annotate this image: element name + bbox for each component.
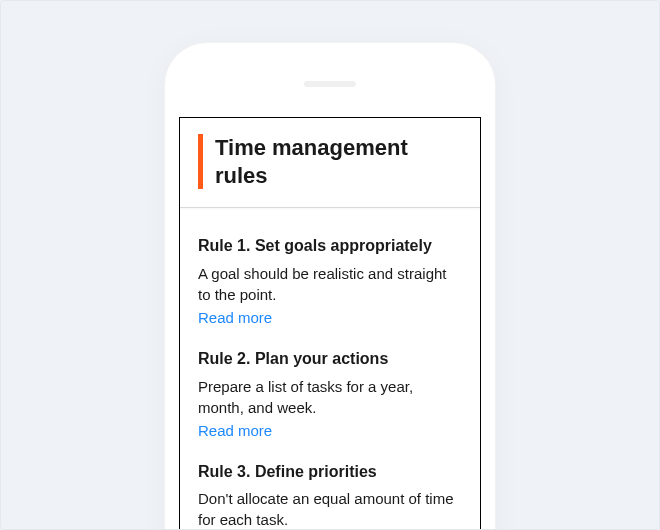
rule-description: A goal should be realistic and straight … [198, 263, 462, 305]
list-item: Rule 2. Plan your actions Prepare a list… [198, 327, 462, 440]
rule-title: Rule 3. Define priorities [198, 462, 462, 483]
read-more-link[interactable]: Read more [198, 309, 272, 326]
page-header: Time management rules [180, 118, 480, 208]
rule-description: Don't allocate an equal amount of time f… [198, 488, 462, 530]
rule-description: Prepare a list of tasks for a year, mont… [198, 376, 462, 418]
rules-list: Rule 1. Set goals appropriately A goal s… [180, 208, 480, 530]
phone-frame: Time management rules Rule 1. Set goals … [165, 43, 495, 530]
phone-speaker [304, 81, 356, 87]
rule-title: Rule 2. Plan your actions [198, 349, 462, 370]
list-item: Rule 3. Define priorities Don't allocate… [198, 440, 462, 530]
rule-title: Rule 1. Set goals appropriately [198, 236, 462, 257]
app-screen: Time management rules Rule 1. Set goals … [179, 117, 481, 530]
read-more-link[interactable]: Read more [198, 422, 272, 439]
accent-bar-icon [198, 134, 203, 189]
page-title: Time management rules [215, 134, 462, 189]
stage-background: Time management rules Rule 1. Set goals … [0, 0, 660, 530]
list-item: Rule 1. Set goals appropriately A goal s… [198, 214, 462, 327]
